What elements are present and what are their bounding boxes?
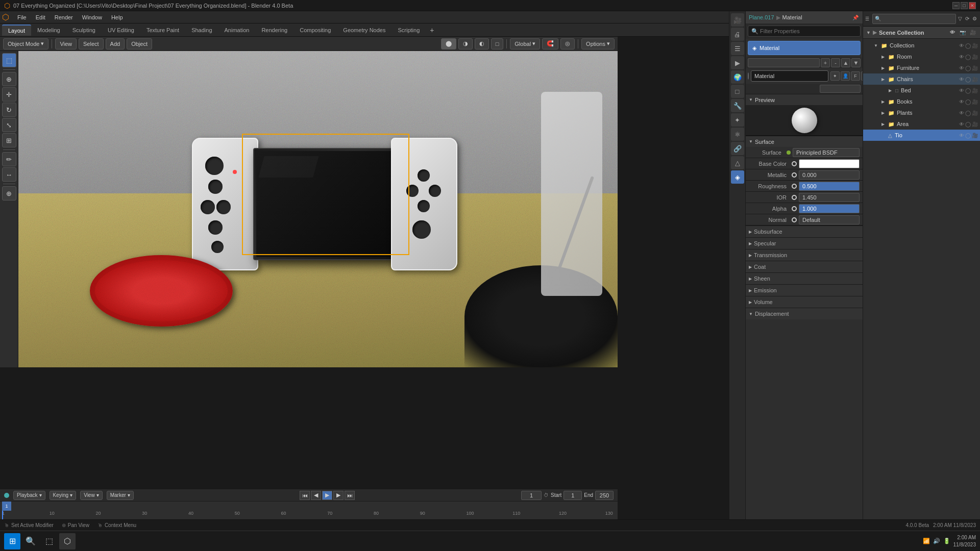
chairs-expand-arrow[interactable]: ▶ <box>879 76 887 83</box>
base-color-swatch[interactable] <box>799 159 860 168</box>
eye-icon[interactable]: 👁 <box>948 29 957 37</box>
menu-help[interactable]: Help <box>107 13 127 21</box>
tool-add[interactable]: ⊕ <box>2 186 16 201</box>
ior-value[interactable]: 1.450 <box>799 193 860 202</box>
close-button[interactable]: ✕ <box>969 2 976 9</box>
viewport-3d[interactable] <box>18 51 618 367</box>
tab-animation[interactable]: Animation <box>218 25 256 35</box>
books-eye-icon[interactable]: 👁 <box>959 99 964 105</box>
object-menu-button[interactable]: Object <box>127 38 152 49</box>
alpha-value[interactable]: 1.000 <box>799 204 860 213</box>
viewport-shading-rendered[interactable]: ◐ <box>475 38 489 49</box>
surface-section-header[interactable]: ▼ Surface <box>746 136 863 147</box>
volume-header[interactable]: ▶ Volume <box>746 296 863 308</box>
books-restrict-icon[interactable]: ◯ <box>965 99 971 105</box>
add-menu-button[interactable]: Add <box>106 38 125 49</box>
play-backward-button[interactable]: ◀ <box>311 491 321 500</box>
tio-eye-icon[interactable]: 👁 <box>959 133 964 138</box>
area-render-icon[interactable]: 🎥 <box>972 121 978 127</box>
prop-particle-icon[interactable]: ✦ <box>731 113 744 127</box>
global-transform-button[interactable]: Global ▾ <box>510 38 540 49</box>
plants-render-icon[interactable]: 🎥 <box>972 110 978 116</box>
current-frame-input[interactable] <box>521 491 542 500</box>
preview-section-header[interactable]: ▼ Preview <box>746 94 863 105</box>
tio-render-icon[interactable]: 🎥 <box>972 133 978 138</box>
tab-compositing[interactable]: Compositing <box>293 25 337 35</box>
tool-measure[interactable]: ↔ <box>2 167 16 182</box>
outliner-filter-icon[interactable]: ▽ <box>957 15 963 22</box>
area-expand-arrow[interactable]: ▶ <box>879 120 887 128</box>
furniture-restrict-icon[interactable]: ◯ <box>965 65 971 71</box>
normal-value[interactable]: Default <box>799 215 860 224</box>
viewport-shading-solid[interactable]: ⬤ <box>441 38 456 49</box>
room-render-icon[interactable]: 🎥 <box>972 54 978 60</box>
specular-header[interactable]: ▶ Specular <box>746 238 863 249</box>
collection-restrict-icon[interactable]: ◯ <box>965 43 971 48</box>
collection-item-plants[interactable]: ▶ 📁 Plants 👁 ◯ 🎥 <box>863 107 980 118</box>
tab-geometry-nodes[interactable]: Geometry Nodes <box>337 25 391 35</box>
chairs-eye-icon[interactable]: 👁 <box>959 77 964 82</box>
prop-modifier-icon[interactable]: 🔧 <box>731 99 744 112</box>
furniture-expand-arrow[interactable]: ▶ <box>879 64 887 71</box>
tool-select[interactable]: ⬚ <box>2 53 16 67</box>
material-user-icon[interactable]: 👤 <box>841 71 850 81</box>
room-eye-icon[interactable]: 👁 <box>959 54 964 60</box>
displacement-header[interactable]: ▼ Displacement <box>746 308 863 319</box>
plants-eye-icon[interactable]: 👁 <box>959 110 964 116</box>
material-copy-icon[interactable]: ✦ <box>830 71 840 81</box>
tool-cursor[interactable]: ⊕ <box>2 72 16 86</box>
outliner-search-input[interactable] <box>872 14 956 24</box>
room-restrict-icon[interactable]: ◯ <box>965 54 971 60</box>
area-restrict-icon[interactable]: ◯ <box>965 121 971 127</box>
menu-file[interactable]: File <box>13 13 31 21</box>
keying-menu[interactable]: Keying▾ <box>50 491 77 500</box>
books-render-icon[interactable]: 🎥 <box>972 99 978 105</box>
maximize-button[interactable]: □ <box>961 2 968 9</box>
books-expand-arrow[interactable]: ▶ <box>879 98 887 105</box>
material-slot-item[interactable]: ◈ Material <box>748 41 861 55</box>
prop-object-icon[interactable]: □ <box>731 85 744 98</box>
view-menu-timeline[interactable]: View▾ <box>80 491 103 500</box>
view-menu-button[interactable]: View <box>55 38 77 49</box>
snap-button[interactable]: 🧲 <box>542 38 558 49</box>
room-expand-arrow[interactable]: ▶ <box>879 53 887 60</box>
proportional-edit-button[interactable]: ◎ <box>560 38 575 49</box>
bed-expand-arrow[interactable]: ▶ <box>887 87 894 94</box>
area-eye-icon[interactable]: 👁 <box>959 121 964 127</box>
play-forward-button[interactable]: ▶ <box>333 491 344 500</box>
jump-start-button[interactable]: ⏮ <box>300 491 310 500</box>
down-slot-button[interactable]: ▼ <box>851 58 861 67</box>
subsurface-header[interactable]: ▶ Subsurface <box>746 226 863 237</box>
viewport-shading-material[interactable]: ◑ <box>458 38 473 49</box>
emission-header[interactable]: ▶ Emission <box>746 285 863 296</box>
select-menu-button[interactable]: Select <box>79 38 104 49</box>
menu-edit[interactable]: Edit <box>32 13 50 21</box>
prop-world-icon[interactable]: 🌍 <box>731 70 744 84</box>
collection-item-chairs[interactable]: ▶ 📁 Chairs 👁 ◯ 🎥 <box>863 73 980 85</box>
tool-move[interactable]: ✛ <box>2 87 16 102</box>
bed-restrict-icon[interactable]: ◯ <box>965 88 971 93</box>
menu-render[interactable]: Render <box>51 13 77 21</box>
collection-item-books[interactable]: ▶ 📁 Books 👁 ◯ 🎥 <box>863 96 980 107</box>
render-col-icon[interactable]: 🎥 <box>969 29 977 37</box>
properties-search-input[interactable] <box>748 26 861 37</box>
furniture-eye-icon[interactable]: 👁 <box>959 65 964 71</box>
tab-modeling[interactable]: Modeling <box>31 25 66 35</box>
end-frame-input[interactable] <box>595 491 614 500</box>
outliner-settings-icon[interactable]: ⚙ <box>971 15 978 22</box>
material-fake-user-icon[interactable]: F <box>851 71 860 81</box>
menu-window[interactable]: Window <box>78 13 106 21</box>
tab-scripting[interactable]: Scripting <box>391 25 426 35</box>
prop-scene-icon[interactable]: ▶ <box>731 56 744 69</box>
tool-annotate[interactable]: ✏ <box>2 152 16 166</box>
tio-restrict-icon[interactable]: ◯ <box>965 133 971 138</box>
tab-uv-editing[interactable]: UV Editing <box>102 25 140 35</box>
taskbar-taskview-icon[interactable]: ⬚ <box>41 533 57 549</box>
start-button[interactable]: ⊞ <box>4 533 20 549</box>
object-mode-button[interactable]: Object Mode ▾ <box>3 38 48 49</box>
roughness-value[interactable]: 0.500 <box>799 182 860 191</box>
prop-render-icon[interactable]: 🎥 <box>731 13 744 27</box>
camera-col-icon[interactable]: 📷 <box>959 29 967 37</box>
shader-type-selector[interactable]: Principled BSDF <box>793 148 860 157</box>
collection-item-collection[interactable]: ▼ 📁 Collection 👁 ◯ 🎥 <box>863 40 980 51</box>
